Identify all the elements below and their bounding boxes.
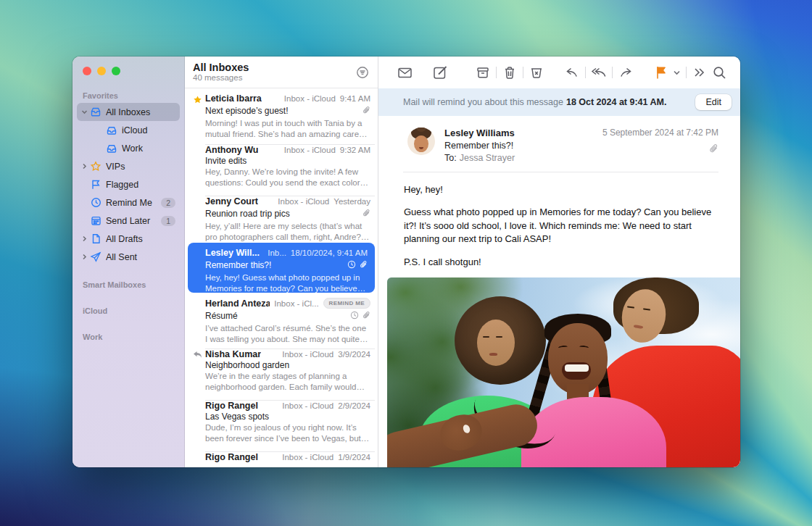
sidebar-item-label: Work [122,143,175,154]
replied-arrow-icon [189,349,205,396]
sidebar-item-remind-me[interactable]: Remind Me2 [77,193,180,212]
sidebar-item-label: All Sent [106,252,175,262]
message-subject: Invite edits [205,156,370,166]
list-title: All Inboxes [193,62,356,74]
row-gutter [189,298,205,344]
mailbox-label: Inbox - iCloud [282,453,334,462]
message-date: 9:32 AM [340,146,370,154]
mailbox-label: Inb... [268,249,286,257]
chevron-right-icon[interactable] [80,235,89,242]
clock-icon [347,259,356,272]
more-chevrons-icon[interactable] [689,62,709,83]
message-date: 5 September 2024 at 7:42 PM [602,128,718,138]
message-subject: Neighborhood garden [205,360,370,370]
message-row-anthony-wu[interactable]: Anthony WuInbox - iCloud9:32 AMInvite ed… [185,140,378,191]
message-row-jenny-court[interactable]: Jenny CourtInbox - iCloudYesterdayReunio… [185,191,378,243]
edit-reminder-button[interactable]: Edit [695,94,732,110]
message-row-rigo-rangel[interactable]: Rigo RangelInbox - iCloud2/9/2024Las Veg… [185,396,378,447]
attachment-photo[interactable] [387,277,740,467]
sidebar-item-icloud[interactable]: iCloud [77,121,180,139]
message-list-pane: All Inboxes 40 messages Leticia IbarraIn… [185,57,378,467]
archive-icon[interactable] [472,62,492,83]
filter-icon[interactable] [356,66,369,79]
message-row-rigo-rangel[interactable]: Rigo RangelInbox - iCloud1/9/2024 [185,447,378,467]
document-icon [89,233,102,244]
recipient-line: To:Jessa Strayer [444,153,602,163]
sidebar-item-label: Remind Me [106,198,161,208]
message-subject: Next episode’s guest! [205,106,362,116]
clock-icon [350,309,359,322]
chevron-right-icon[interactable] [80,254,89,260]
attachment-paperclip-icon [709,143,718,154]
message-preview: Dude, I’m so jealous of you right now. I… [205,422,370,444]
star-icon [189,93,205,140]
message-preview: I’ve attached Carol’s résumé. She’s the … [205,323,370,345]
reply-icon[interactable] [562,62,582,83]
junk-icon[interactable] [526,62,547,83]
sidebar-item-all-inboxes[interactable]: All Inboxes [77,103,180,121]
calendar-icon [89,215,102,226]
mailbox-label: Inbox - iCloud [278,197,329,206]
message-rows: Leticia IbarraInbox - iCloud9:41 AMNext … [185,88,378,467]
message-row-nisha-kumar[interactable]: Nisha KumarInbox - iCloud3/9/2024Neighbo… [185,344,378,396]
message-preview: Morning! I was put in touch with Tania b… [205,118,370,140]
flag-chevron-icon[interactable] [671,62,682,83]
trash-icon[interactable] [500,62,520,83]
zoom-button[interactable] [112,67,120,75]
minimize-button[interactable] [97,67,106,75]
compose-icon[interactable] [430,62,450,83]
mailbox-label: Inbox - iCloud [282,401,334,410]
body-paragraph: Hey, hey! [404,183,718,196]
mail-window: FavoritesAll InboxesiCloudWorkVIPsFlagge… [72,57,740,467]
sender-name: Jenny Court [205,196,258,206]
forward-icon[interactable] [616,62,636,83]
sidebar-item-send-later[interactable]: Send Later1 [77,212,180,230]
sender-name: Rigo Rangel [205,401,258,411]
sidebar-section-header: Smart Mailboxes [77,276,180,292]
sidebar-item-all-drafts[interactable]: All Drafts [77,230,180,248]
inbox-tray-icon [89,107,102,117]
search-icon[interactable] [710,62,730,83]
message-date: Yesterday [334,197,370,206]
remind-me-badge: REMIND ME [323,298,370,309]
message-view-pane: Mail will remind you about this message … [378,57,740,467]
message-subject: Remember this?! [205,260,347,270]
star-icon [89,161,102,172]
message-row-leticia-ibarra[interactable]: Leticia IbarraInbox - iCloud9:41 AMNext … [185,88,378,140]
message-date: 9:41 AM [340,94,370,103]
body-paragraph: Guess what photo popped up in Memories f… [404,206,718,246]
list-message-count: 40 messages [193,73,356,83]
to-label: To: [444,153,457,163]
sender-name: Rigo Rangel [205,452,258,462]
inbox-icon [105,143,118,154]
sender-avatar[interactable] [407,128,435,155]
close-button[interactable] [83,67,91,75]
sidebar-item-label: All Drafts [106,234,175,244]
chevron-down-icon[interactable] [80,109,89,114]
unread-badge: 1 [161,216,175,226]
message-subject: Résumé [205,311,350,321]
mailbox-label: Inbox - iCloud [284,94,336,103]
message-date: 2/9/2024 [338,401,370,410]
message-subject: Las Vegas spots [205,412,370,422]
sidebar-item-vips[interactable]: VIPs [77,157,180,175]
sidebar-item-all-sent[interactable]: All Sent [77,248,180,266]
mailbox-label: Inbox - iCl... [274,299,318,308]
sender-name: Lesley Will... [205,248,260,258]
sidebar-item-work[interactable]: Work [77,139,180,157]
message-row-herland-antezana[interactable]: Herland AntezanaInbox - iCl...REMIND MER… [185,293,378,344]
paperclip-icon [362,309,370,322]
sidebar-item-label: Send Later [106,216,161,226]
reply-all-icon[interactable] [589,62,609,83]
message-date: 3/9/2024 [338,350,370,359]
chevron-right-icon[interactable] [80,163,89,170]
inbox-icon [105,125,118,135]
message-row-lesley-will[interactable]: Lesley Will...Inb...18/10/2024, 9:41 AMR… [188,243,375,293]
flag-icon[interactable] [651,62,671,83]
row-gutter [189,248,205,293]
get-mail-icon[interactable] [394,62,415,83]
row-gutter [189,145,205,191]
sidebar-item-flagged[interactable]: Flagged [77,175,180,193]
message-preview: Hey, Danny. We’re loving the invite! A f… [205,167,370,188]
clock-icon [89,197,102,208]
